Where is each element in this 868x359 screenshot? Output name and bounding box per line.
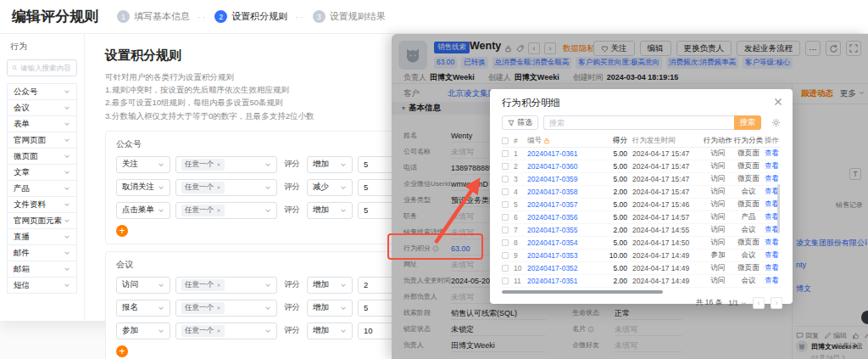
action-select[interactable]: 访问 bbox=[116, 277, 170, 294]
row-code-link[interactable]: 20240417-0354 bbox=[527, 238, 602, 247]
action-select[interactable]: 关注 bbox=[116, 156, 170, 173]
row-checkbox[interactable] bbox=[502, 150, 509, 157]
row-action: 访问 bbox=[704, 187, 732, 197]
action-select[interactable]: 取消关注 bbox=[116, 179, 170, 196]
row-code-link[interactable]: 20240417-0358 bbox=[527, 188, 602, 196]
sidebar-item-产品[interactable]: 产品 bbox=[8, 181, 76, 197]
row-code-link[interactable]: 20240417-0356 bbox=[527, 213, 602, 222]
sidebar-item-公众号[interactable]: 公众号 bbox=[8, 84, 76, 100]
select-all-checkbox[interactable] bbox=[502, 137, 509, 144]
sidebar-item-微页面[interactable]: 微页面 bbox=[8, 149, 76, 165]
sidebar-item-文章[interactable]: 文章 bbox=[8, 165, 76, 181]
action-select[interactable]: 报名 bbox=[116, 300, 170, 317]
row-view-link[interactable]: 查看 bbox=[765, 250, 781, 261]
row-score: 5.00 bbox=[602, 175, 632, 183]
chevron-down-icon bbox=[264, 305, 271, 311]
row-index: 9 bbox=[514, 251, 527, 260]
total-count: 共 16 条 bbox=[696, 298, 722, 308]
sidebar-item-文件资料[interactable]: 文件资料 bbox=[8, 197, 76, 213]
row-view-link[interactable]: 查看 bbox=[765, 238, 781, 248]
target-select[interactable]: 任意一个 bbox=[175, 323, 277, 339]
row-checkbox[interactable] bbox=[502, 188, 509, 195]
row-checkbox[interactable] bbox=[502, 214, 509, 221]
action-select[interactable]: 参加 bbox=[116, 323, 170, 339]
sidebar-item-官网页面[interactable]: 官网页面 bbox=[8, 132, 76, 149]
gear-icon[interactable] bbox=[771, 118, 781, 127]
prev-page-button[interactable]: ‹ bbox=[753, 297, 765, 309]
row-code-link[interactable]: 20240417-0351 bbox=[527, 277, 602, 285]
step-1[interactable]: 1填写基本信息 bbox=[117, 10, 190, 23]
row-checkbox[interactable] bbox=[502, 163, 509, 170]
row-code-link[interactable]: 20240417-0353 bbox=[527, 251, 602, 260]
row-view-link[interactable]: 查看 bbox=[765, 174, 781, 184]
modal-search-input[interactable] bbox=[543, 115, 734, 130]
vertical-scrollbar[interactable] bbox=[777, 184, 780, 233]
horizontal-scrollbar[interactable] bbox=[502, 290, 663, 294]
row-checkbox[interactable] bbox=[502, 278, 509, 284]
row-action: 访问 bbox=[704, 149, 732, 159]
sidebar-item-会议[interactable]: 会议 bbox=[8, 100, 76, 116]
row-category: 会议 bbox=[732, 250, 765, 261]
operation-select[interactable]: 增加 bbox=[307, 323, 353, 339]
sidebar-item-短信[interactable]: 短信 bbox=[8, 278, 76, 294]
sidebar-item-邮箱[interactable]: 邮箱 bbox=[8, 261, 76, 278]
row-checkbox[interactable] bbox=[502, 265, 509, 272]
row-score: 5.00 bbox=[602, 200, 632, 209]
target-tag-label: 任意一个 bbox=[185, 326, 214, 336]
row-view-link[interactable]: 查看 bbox=[765, 149, 781, 159]
remove-tag-icon[interactable] bbox=[216, 306, 221, 311]
select-value: 增加 bbox=[313, 159, 329, 170]
page-select[interactable]: 1/1 bbox=[728, 299, 747, 307]
remove-tag-icon[interactable] bbox=[216, 185, 221, 190]
operation-select[interactable]: 增加 bbox=[307, 202, 353, 219]
step-number: 1 bbox=[117, 10, 130, 23]
score-row-20240417-0354: 820240417-03545.002024-04-17 14:50访问微页面查… bbox=[502, 237, 781, 250]
row-code-link[interactable]: 20240417-0352 bbox=[527, 264, 602, 272]
chevron-down-icon bbox=[64, 137, 70, 143]
remove-tag-icon[interactable] bbox=[216, 162, 221, 167]
target-select[interactable]: 任意一个 bbox=[175, 202, 277, 219]
step-3[interactable]: 3设置规则结果 bbox=[313, 10, 386, 23]
row-view-link[interactable]: 查看 bbox=[765, 161, 781, 171]
modal-search-button[interactable]: 搜索 bbox=[734, 115, 761, 130]
operation-select[interactable]: 减少 bbox=[307, 179, 353, 196]
row-view-link[interactable]: 查看 bbox=[765, 263, 781, 273]
row-checkbox[interactable] bbox=[502, 252, 509, 259]
sidebar-item-邮件[interactable]: 邮件 bbox=[8, 245, 76, 261]
row-checkbox[interactable] bbox=[502, 239, 509, 246]
operation-select[interactable]: 增加 bbox=[307, 156, 353, 173]
target-select[interactable]: 任意一个 bbox=[175, 179, 277, 196]
action-select[interactable]: 点击菜单 bbox=[116, 202, 170, 219]
row-checkbox[interactable] bbox=[502, 201, 509, 208]
sidebar-item-官网页面元素[interactable]: 官网页面元素 bbox=[8, 213, 76, 229]
filter-button[interactable]: 筛选 bbox=[502, 115, 538, 130]
sidebar-item-表单[interactable]: 表单 bbox=[8, 116, 76, 132]
row-code-link[interactable]: 20240417-0359 bbox=[527, 175, 602, 183]
operation-select[interactable]: 增加 bbox=[307, 300, 353, 317]
target-select[interactable]: 任意一个 bbox=[175, 277, 277, 294]
remove-tag-icon[interactable] bbox=[216, 283, 221, 288]
row-code-link[interactable]: 20240417-0360 bbox=[527, 162, 602, 171]
select-value: 增加 bbox=[313, 325, 329, 336]
target-select[interactable]: 任意一个 bbox=[175, 156, 277, 173]
close-icon[interactable] bbox=[772, 96, 784, 108]
add-rule-button[interactable]: + bbox=[116, 225, 128, 237]
search-input[interactable] bbox=[20, 64, 72, 72]
row-checkbox[interactable] bbox=[502, 176, 509, 182]
row-code-link[interactable]: 20240417-0355 bbox=[527, 226, 602, 234]
target-select[interactable]: 任意一个 bbox=[175, 300, 277, 317]
row-category: 微页面 bbox=[732, 199, 765, 210]
row-view-link[interactable]: 查看 bbox=[765, 276, 781, 286]
add-rule-button[interactable]: + bbox=[116, 345, 128, 357]
sidebar-search[interactable] bbox=[7, 59, 77, 76]
next-page-button[interactable]: › bbox=[771, 297, 782, 309]
row-checkbox[interactable] bbox=[502, 227, 509, 233]
remove-tag-icon[interactable] bbox=[216, 328, 221, 334]
operation-select[interactable]: 增加 bbox=[307, 277, 353, 294]
remove-tag-icon[interactable] bbox=[216, 208, 221, 213]
score-row-20240417-0358: 420240417-03582.002024-04-17 15:47访问会议查看 bbox=[502, 186, 781, 199]
row-code-link[interactable]: 20240417-0361 bbox=[527, 149, 602, 158]
row-code-link[interactable]: 20240417-0357 bbox=[527, 200, 602, 209]
step-2[interactable]: 2设置积分规则 bbox=[214, 10, 287, 23]
sidebar-item-直播[interactable]: 直播 bbox=[8, 229, 76, 245]
